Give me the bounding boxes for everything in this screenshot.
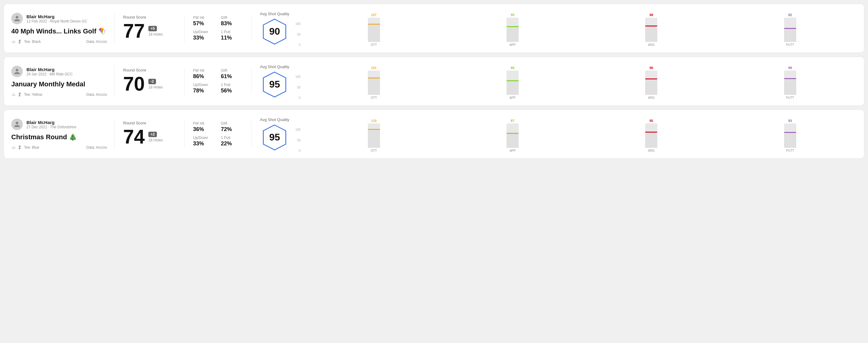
bar-fill-app [506,80,519,95]
tee-label-2: Tee: Yellow [24,92,42,97]
player-header-1: Blair McHarg 12 Feb 2022 · Royal North D… [11,13,107,24]
gir-1: GIR 83% [221,15,243,27]
hexagon-3: 95 [261,124,288,151]
hex-container-1: Avg Shot Quality 90 [260,11,289,45]
bar-chart-2: 100 50 0 101 OTT 86 APP 96 [296,63,857,99]
bar-fill-ott [368,24,380,42]
bar-fill-putt [784,132,796,148]
bar-accent-arg [645,26,657,27]
y-label-0: 0 [296,43,301,46]
y-label-50: 50 [296,33,301,36]
one-putt-value-1: 11% [221,35,243,41]
hex-container-2: Avg Shot Quality 95 [260,64,289,98]
bar-group-putt: 99 PUTT [723,66,857,99]
round-card-3[interactable]: Blair McHarg 27 Dec 2021 · The Oxfordshi… [4,110,864,159]
gir-label-1: GIR [221,15,243,20]
bar-wrapper-putt [784,18,796,42]
left-section-1: Blair McHarg 12 Feb 2022 · Royal North D… [11,13,115,44]
y-label-100: 100 [296,22,301,26]
bar-fill-app [506,133,519,148]
bar-accent-ott [368,129,380,130]
one-putt-label-3: 1 Putt [221,136,243,140]
bar-group-ott: 107 OTT [307,13,440,46]
bar-label-putt: PUTT [786,149,794,152]
up-down-1: Up/Down 33% [193,30,215,41]
hexagon-1: 90 [261,18,288,45]
bar-label-app: APP [509,43,516,46]
round-title-1: 40 Mph Winds... Links Golf 🪁 [11,27,107,35]
player-header-3: Blair McHarg 27 Dec 2021 · The Oxfordshi… [11,119,107,130]
player-date-2: 29 Jan 2022 · Mill Ride GCC [26,72,73,76]
stats-section-3: FW Hit 36% GIR 72% Up/Down 33% 1 Putt 22… [185,121,251,147]
bar-accent-ott [368,24,380,25]
player-header-2: Blair McHarg 29 Jan 2022 · Mill Ride GCC [11,66,107,77]
score-label-2: Round Score [123,68,176,72]
fw-hit-2: FW Hit 86% [193,68,215,80]
y-label-0: 0 [296,149,301,152]
fw-hit-value-1: 57% [193,20,215,27]
up-down-label-1: Up/Down [193,30,215,34]
bar-wrapper-app [506,123,519,148]
bar-group-app: 87 APP [446,119,579,152]
round-card-2[interactable]: Blair McHarg 29 Jan 2022 · Mill Ride GCC… [4,57,864,106]
player-date-3: 27 Dec 2021 · The Oxfordshire [26,125,76,129]
one-putt-label-1: 1 Putt [221,30,243,34]
bar-label-ott: OTT [371,96,377,99]
bar-label-putt: PUTT [786,43,794,46]
score-section-2: Round Score 70 -2 18 Holes [115,68,185,95]
bag-icon-2: 🏌️ [18,92,22,97]
fw-hit-label-1: FW Hit [193,15,215,20]
big-score-2: 70 [123,74,145,94]
stats-grid-3: FW Hit 36% GIR 72% Up/Down 33% 1 Putt 22… [193,121,243,147]
score-row-3: 74 +2 18 Holes [123,127,176,147]
bar-value-putt: 82 [788,13,792,17]
tee-label-1: Tee: Black [24,39,41,44]
one-putt-2: 1 Putt 56% [221,83,243,94]
hexagon-2: 95 [261,71,288,98]
player-name-2: Blair McHarg [26,67,73,72]
fw-hit-label-2: FW Hit [193,68,215,73]
round-card-1[interactable]: Blair McHarg 12 Feb 2022 · Royal North D… [4,4,864,53]
stats-grid-1: FW Hit 57% GIR 83% Up/Down 33% 1 Putt 11… [193,15,243,41]
tee-info-2: ☁️ 🏌️ Tee: Yellow [11,92,42,97]
one-putt-label-2: 1 Putt [221,83,243,87]
bar-group-arg: 95 ARG [585,119,718,152]
bar-fill-ott [368,129,380,148]
y-label-100: 100 [296,128,301,131]
person-icon [14,68,20,75]
bar-label-arg: ARG [648,96,655,99]
score-row-1: 77 +5 18 Holes [123,21,176,41]
up-down-value-2: 78% [193,88,215,94]
tee-label-3: Tee: Blue [24,145,39,150]
hex-score-3: 95 [269,132,280,143]
bag-icon-3: 🏌️ [18,145,22,150]
bar-group-app: 86 APP [446,66,579,99]
avg-shot-quality-label-1: Avg Shot Quality [260,11,289,16]
score-section-1: Round Score 77 +5 18 Holes [115,15,185,42]
person-icon [14,121,20,128]
bottom-meta-1: ☁️ 🏌️ Tee: Black Data: Arccos [11,39,107,44]
bar-chart-3: 100 50 0 110 OTT 87 APP 95 [296,116,857,152]
weather-icon-3: ☁️ [11,145,16,150]
fw-hit-value-3: 36% [193,126,215,132]
bar-fill-app [506,26,519,42]
round-title-3: Christmas Round 🎄 [11,133,107,141]
bar-value-ott: 107 [371,13,376,17]
tee-info-1: ☁️ 🏌️ Tee: Black [11,39,41,44]
bar-wrapper-arg [645,123,657,148]
bar-accent-app [506,80,519,81]
up-down-3: Up/Down 33% [193,136,215,147]
y-label-100: 100 [296,75,301,79]
up-down-label-2: Up/Down [193,83,215,87]
player-info-1: Blair McHarg 12 Feb 2022 · Royal North D… [26,14,87,23]
up-down-2: Up/Down 78% [193,83,215,94]
bar-wrapper-arg [645,18,657,42]
score-badge-3: +2 [148,132,157,137]
bar-accent-putt [784,132,796,133]
bar-fill-arg [645,79,657,95]
bar-group-putt: 82 PUTT [723,13,857,46]
bar-wrapper-putt [784,70,796,95]
bar-wrapper-app [506,18,519,42]
up-down-value-3: 33% [193,141,215,147]
bar-value-app: 95 [511,13,515,17]
